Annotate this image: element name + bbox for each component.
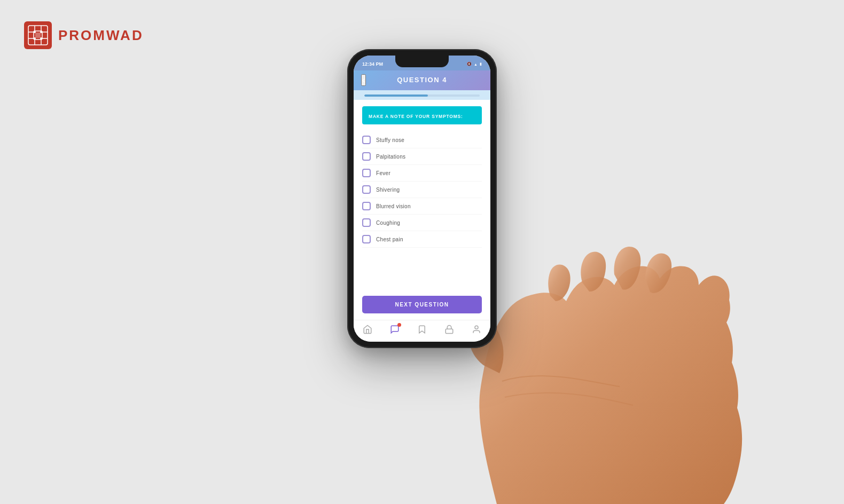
app-content: MAKE A NOTE OF YOUR SYMPTOMS: Stuffy nos…: [354, 100, 490, 320]
checkbox-chest-pain[interactable]: [362, 235, 371, 243]
logo-area: PROMWAD: [24, 21, 144, 49]
checkbox-blurred-vision[interactable]: [362, 202, 371, 210]
svg-rect-11: [35, 33, 41, 38]
next-question-button[interactable]: NEXT QUESTION: [362, 296, 482, 313]
symptom-label-chest-pain: Chest pain: [376, 237, 403, 242]
back-button[interactable]: ‹: [361, 74, 366, 86]
status-time: 12:34 PM: [362, 61, 383, 67]
progress-track: [364, 94, 480, 97]
wifi-icon: ▲: [474, 62, 478, 66]
progress-container: [354, 90, 490, 100]
status-icons: 🔇 ▲ ▮: [467, 62, 482, 66]
checkbox-fever[interactable]: [362, 169, 371, 177]
header-title: QUESTION 4: [397, 76, 447, 84]
symptom-banner: MAKE A NOTE OF YOUR SYMPTOMS:: [362, 106, 482, 124]
nav-lock[interactable]: [444, 325, 454, 336]
list-item[interactable]: Shivering: [362, 182, 482, 198]
nav-chat[interactable]: [390, 325, 400, 336]
list-item[interactable]: Stuffy nose: [362, 132, 482, 148]
svg-point-12: [34, 31, 36, 33]
phone-notch: [395, 56, 449, 67]
symptom-label-coughing: Coughing: [376, 220, 400, 226]
list-item[interactable]: Fever: [362, 165, 482, 182]
symptom-label-palpitations: Palpitations: [376, 154, 405, 160]
page-background: PROMWAD: [0, 0, 844, 504]
symptom-label-stuffy-nose: Stuffy nose: [376, 137, 404, 143]
symptom-checkbox-list: Stuffy nose Palpitations Fever S: [362, 132, 482, 290]
circuit-board-icon: [24, 21, 52, 49]
phone-container: 12:34 PM 🔇 ▲ ▮ ‹ QUESTION 4: [347, 49, 497, 348]
bottom-nav: [354, 320, 490, 342]
symptom-label-fever: Fever: [376, 170, 390, 176]
symptom-label-shivering: Shivering: [376, 187, 400, 193]
symptom-label-blurred-vision: Blurred vision: [376, 203, 411, 209]
list-item[interactable]: Palpitations: [362, 148, 482, 165]
progress-fill: [364, 94, 428, 97]
svg-point-14: [34, 37, 36, 40]
mute-icon: 🔇: [467, 62, 472, 66]
nav-home[interactable]: [363, 325, 372, 336]
checkbox-stuffy-nose[interactable]: [362, 136, 371, 144]
svg-point-13: [40, 31, 42, 33]
list-item[interactable]: Blurred vision: [362, 198, 482, 215]
checkbox-coughing[interactable]: [362, 218, 371, 227]
list-item[interactable]: Coughing: [362, 215, 482, 231]
list-item[interactable]: Chest pain: [362, 231, 482, 248]
nav-bookmark[interactable]: [417, 325, 427, 336]
symptom-banner-text: MAKE A NOTE OF YOUR SYMPTOMS:: [369, 114, 463, 119]
app-header: ‹ QUESTION 4: [354, 70, 490, 90]
svg-point-17: [475, 326, 478, 329]
phone-frame: 12:34 PM 🔇 ▲ ▮ ‹ QUESTION 4: [347, 49, 497, 348]
nav-profile[interactable]: [472, 325, 481, 336]
phone-screen: 12:34 PM 🔇 ▲ ▮ ‹ QUESTION 4: [354, 56, 490, 342]
checkbox-palpitations[interactable]: [362, 152, 371, 161]
checkbox-shivering[interactable]: [362, 185, 371, 194]
battery-indicator: ▮: [480, 62, 482, 66]
chat-badge: [397, 323, 401, 327]
svg-point-15: [40, 37, 42, 40]
svg-rect-16: [446, 329, 453, 333]
brand-name: PROMWAD: [58, 27, 144, 44]
